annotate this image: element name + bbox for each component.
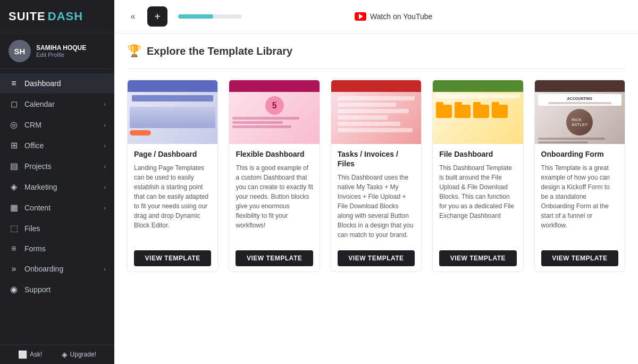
content-icon: ▦ — [9, 202, 19, 213]
trophy-icon: 🏆 — [127, 44, 141, 58]
chevron-right-icon: › — [104, 184, 106, 190]
upgrade-icon: ◈ — [62, 350, 68, 359]
template-card-footer: VIEW TEMPLATE — [229, 245, 319, 272]
sidebar-item-label: Dashboard — [24, 79, 106, 88]
sidebar-item-support[interactable]: ◉ Support — [0, 279, 114, 300]
template-card-footer: VIEW TEMPLATE — [535, 245, 625, 272]
template-card-onboarding-form: ACCOUNTING RICKASTLEY Onboarding Form — [534, 80, 625, 272]
sidebar-item-dashboard[interactable]: ≡ Dashboard — [0, 73, 114, 94]
thumb-circle: 5 — [265, 96, 284, 115]
folder-icon — [473, 105, 489, 118]
template-name: Flexible Dashboard — [236, 149, 313, 159]
sidebar: SUITEDASH SH SAMIHA HOQUE Edit Profile ≡… — [0, 0, 114, 364]
chevron-right-icon: › — [104, 101, 106, 107]
progress-bar — [178, 14, 242, 19]
view-template-button[interactable]: VIEW TEMPLATE — [338, 250, 415, 266]
sidebar-item-label: CRM — [24, 121, 98, 129]
chevron-right-icon: › — [104, 142, 106, 149]
thumb-visual-1 — [128, 80, 217, 144]
profile-info: SAMIHA HOQUE Edit Profile — [36, 44, 86, 58]
edit-profile-link[interactable]: Edit Profile — [36, 52, 86, 58]
thumb-row — [338, 96, 415, 100]
section-divider — [127, 69, 625, 69]
template-card-body: Onboarding Form This Template is a great… — [535, 144, 625, 245]
upgrade-label: Upgrade! — [70, 351, 96, 358]
template-grid: Page / Dashboard Landing Page Templates … — [127, 80, 625, 272]
thumb-sub — [132, 95, 213, 101]
logo-text: SUITE — [9, 10, 46, 23]
add-button[interactable]: + — [147, 6, 167, 27]
sidebar-item-label: Calendar — [24, 100, 98, 108]
onboarding-icon: » — [9, 264, 19, 274]
template-card-footer: VIEW TEMPLATE — [433, 245, 523, 272]
chevron-right-icon: › — [104, 266, 106, 272]
collapse-sidebar-button[interactable]: « — [125, 9, 141, 24]
youtube-link[interactable]: Watch on YouTube — [355, 12, 432, 21]
sidebar-item-label: Forms — [24, 244, 106, 253]
section-title: Explore the Template Library — [147, 45, 292, 57]
sidebar-item-forms[interactable]: ≡ Forms — [0, 239, 114, 259]
template-name: Tasks / Invoices / Files — [338, 149, 415, 168]
thumb-lines — [535, 138, 625, 143]
add-icon: + — [154, 11, 161, 23]
thumb-row — [338, 109, 409, 113]
sidebar-item-crm[interactable]: ◎ CRM › — [0, 114, 114, 135]
thumb-header — [433, 80, 523, 92]
thumb-header — [535, 80, 625, 92]
template-card-page-dashboard: Page / Dashboard Landing Page Templates … — [127, 80, 218, 272]
thumb-visual-5: ACCOUNTING RICKASTLEY — [535, 80, 625, 144]
template-thumb-1 — [128, 80, 217, 144]
template-description: This is a good example of a custom Dashb… — [236, 163, 313, 230]
section-header: 🏆 Explore the Template Library — [127, 44, 625, 58]
calendar-icon: ◻ — [9, 99, 19, 109]
sidebar-item-onboarding[interactable]: » Onboarding › — [0, 259, 114, 279]
sidebar-item-label: Support — [24, 285, 106, 294]
sidebar-item-calendar[interactable]: ◻ Calendar › — [0, 94, 114, 114]
progress-bar-fill — [178, 14, 213, 19]
template-card-tasks-invoices: Tasks / Invoices / Files This Dashboard … — [331, 80, 422, 272]
nav-list: ≡ Dashboard ◻ Calendar › ◎ CRM › ⊞ Offic… — [0, 69, 114, 344]
view-template-button[interactable]: VIEW TEMPLATE — [541, 250, 618, 266]
template-card-body: File Dashboard This Dashboard Template i… — [433, 144, 523, 245]
thumb-header — [229, 80, 319, 92]
sidebar-item-files[interactable]: ⬚ Files — [0, 218, 114, 239]
thumb-row — [338, 115, 388, 120]
template-description: This Template is a great example of how … — [541, 163, 618, 230]
office-icon: ⊞ — [9, 140, 19, 150]
ask-button[interactable]: ⬜ Ask! — [18, 350, 42, 359]
view-template-button[interactable]: VIEW TEMPLATE — [134, 250, 211, 266]
template-card-body: Page / Dashboard Landing Page Templates … — [128, 144, 217, 245]
view-template-button[interactable]: VIEW TEMPLATE — [236, 250, 313, 266]
thumb-visual-4 — [433, 80, 523, 144]
chevron-right-icon: › — [104, 163, 106, 170]
template-name: Page / Dashboard — [134, 149, 211, 159]
template-thumb-3 — [331, 80, 421, 144]
upgrade-button[interactable]: ◈ Upgrade! — [62, 350, 96, 359]
avatar: SH — [9, 40, 31, 62]
crm-icon: ◎ — [9, 120, 19, 130]
collapse-icon: « — [131, 12, 136, 21]
template-name: Onboarding Form — [541, 149, 618, 159]
support-icon: ◉ — [9, 284, 19, 294]
main-content: « + Watch on YouTube 🏆 Explore the Templ… — [114, 0, 638, 364]
chevron-right-icon: › — [104, 205, 106, 211]
template-thumb-5: ACCOUNTING RICKASTLEY — [535, 80, 625, 144]
thumb-row — [338, 122, 400, 126]
thumb-visual-2: 5 — [229, 80, 319, 144]
template-card-footer: VIEW TEMPLATE — [331, 245, 421, 272]
template-thumb-4 — [433, 80, 523, 144]
view-template-button[interactable]: VIEW TEMPLATE — [439, 250, 516, 266]
template-library-section: 🏆 Explore the Template Library — [114, 33, 638, 288]
sidebar-item-content[interactable]: ▦ Content › — [0, 197, 114, 218]
sidebar-item-projects[interactable]: ▤ Projects › — [0, 156, 114, 176]
sidebar-item-label: Content — [24, 204, 98, 212]
sidebar-item-office[interactable]: ⊞ Office › — [0, 135, 114, 156]
sidebar-item-marketing[interactable]: ◈ Marketing › — [0, 176, 114, 197]
template-description: Landing Page Templates can be used to ea… — [134, 163, 211, 230]
chevron-right-icon: › — [104, 122, 106, 128]
app-logo: SUITEDASH — [0, 0, 114, 33]
thumb-avatar: RICKASTLEY — [566, 109, 593, 136]
template-card-file-dashboard: File Dashboard This Dashboard Template i… — [432, 80, 523, 272]
thumb-body — [128, 105, 217, 138]
sidebar-item-label: Onboarding — [24, 265, 98, 273]
